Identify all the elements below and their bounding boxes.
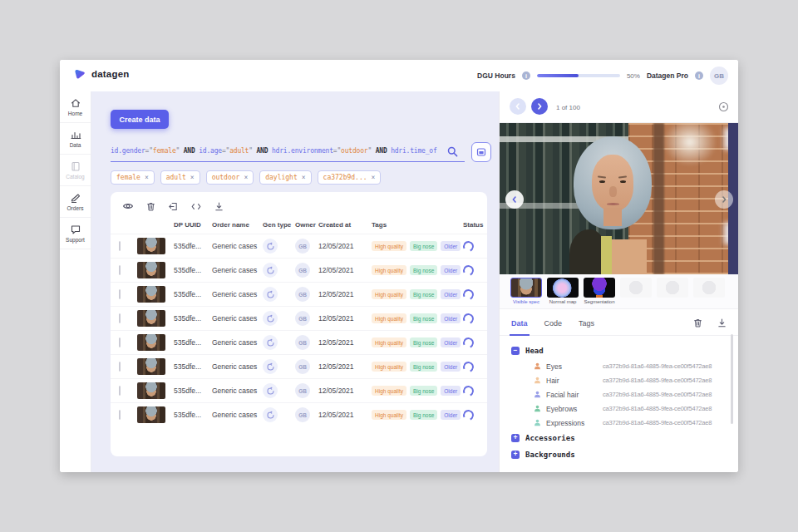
table-row[interactable]: 535dfe...Generic casesGB12/05/2021High q… [111,402,487,426]
chip-close-icon[interactable]: × [372,174,376,181]
filter-chip[interactable]: daylight× [259,170,311,185]
query-bar: id.gender="female" AND id.age="adult" AN… [111,142,490,164]
search-icon[interactable] [446,145,459,158]
download-button[interactable] [717,318,727,328]
tab-tags[interactable]: Tags [579,311,594,336]
table-row[interactable]: 535dfe...Generic casesGB12/05/2021High q… [111,234,487,258]
sidebar-item-catalog[interactable]: Catalog [60,155,91,186]
export-button[interactable] [168,201,179,212]
tag-badge: Big nose [410,337,437,347]
face-thumbnail [137,238,165,254]
chip-close-icon[interactable]: × [302,174,306,181]
eye-button[interactable] [122,200,134,212]
query-input[interactable]: id.gender="female" AND id.age="adult" AN… [111,142,465,162]
info-icon[interactable]: i [695,71,703,80]
datagen-logo[interactable]: datagen [73,67,130,81]
row-order-name: Generic cases [212,290,263,298]
code-button[interactable] [190,201,202,212]
thumb-cell [137,238,174,254]
thumbnail-ghost[interactable] [693,278,725,308]
image-next-button[interactable] [715,190,733,209]
row-checkbox[interactable] [119,410,121,420]
chip-close-icon[interactable]: × [145,174,149,181]
trash-button[interactable] [145,201,156,212]
row-checkbox[interactable] [119,362,121,372]
chip-close-icon[interactable]: × [244,174,248,181]
row-checkbox[interactable] [119,289,121,299]
filter-chip[interactable]: adult× [160,170,200,185]
info-icon[interactable]: i [522,71,530,80]
thumbnail-normal-map[interactable]: Normal map [547,278,579,308]
tab-code[interactable]: Code [544,311,563,336]
trash-button[interactable] [692,318,703,328]
download-button[interactable] [214,201,224,212]
target-icon[interactable] [718,101,729,112]
tag-badge: Big nose [410,265,437,275]
status-cell [463,265,479,276]
checkbox-cell [119,338,137,347]
table-row[interactable]: 535dfe...Generic casesGB12/05/2021High q… [111,258,487,282]
row-checkbox[interactable] [119,313,121,323]
top-bar: datagen DGU Hours i 50% Datagen Pro i GB [60,60,738,91]
table-row[interactable]: 535dfe...Generic casesGB12/05/2021High q… [111,282,487,306]
regenerate-icon [266,411,275,420]
checkbox-cell [119,266,137,274]
tree-item-label: Hair [546,377,603,385]
owner-cell: GB [295,311,318,326]
filter-chip[interactable]: outdoor× [206,170,254,185]
owner-badge: GB [295,287,310,302]
tree-section-head[interactable]: −Head [511,342,729,359]
tree-item-facial-hair[interactable]: Facial hairca372b9d-81a6-4885-9fea-ce00f… [511,387,729,401]
tree-item-expressions[interactable]: Expressionsca372b9d-81a6-4885-9fea-ce00f… [511,416,729,430]
filter-chip[interactable]: ca372b9d...× [318,170,382,185]
calendar-button[interactable] [471,142,491,162]
sidebar-item-support[interactable]: Support [60,218,91,249]
chip-close-icon[interactable]: × [190,174,195,181]
sidebar-item-data[interactable]: Data [60,123,91,155]
expand-icon[interactable]: + [511,434,520,442]
expand-icon[interactable]: + [511,451,520,459]
tree-item-eyebrows[interactable]: Eyebrowsca372b9d-81a6-4885-9fea-ce00f547… [511,401,729,416]
image-prev-button[interactable] [505,190,524,209]
sidebar-item-home[interactable]: Home [60,91,91,123]
owner-cell: GB [295,263,318,278]
thumbnail-visible-spec[interactable]: Visible spec [510,278,542,308]
thumbnail-image [693,278,725,298]
row-uuid: 535dfe... [174,290,212,298]
row-checkbox[interactable] [119,265,121,275]
row-checkbox[interactable] [119,337,121,347]
main-content: Create data id.gender="female" AND id.ag… [91,91,499,472]
prev-page-button[interactable] [510,98,526,115]
tree-item-eyes[interactable]: Eyesca372b9d-81a6-4885-9fea-ce00f5472ae8 [511,359,729,373]
row-checkbox[interactable] [119,241,121,251]
next-page-button[interactable] [531,98,548,115]
trash-icon [692,318,703,328]
tab-data[interactable]: Data [511,311,528,336]
row-created-at: 12/05/2021 [318,387,372,395]
status-spinner-icon [461,384,475,398]
filter-chip[interactable]: female× [111,170,155,185]
row-tags: High qualityBig noseOlder [372,313,463,323]
collapse-icon[interactable]: − [511,347,520,355]
table-row[interactable]: 535dfe...Generic casesGB12/05/2021High q… [111,306,487,330]
tag-badge: High quality [372,386,406,396]
tree-section-backgrounds[interactable]: +Backgrounds [511,446,729,463]
table-row[interactable]: 535dfe...Generic casesGB12/05/2021High q… [111,354,487,378]
thumbnail-ghost[interactable] [620,278,652,308]
panel-scrollbar[interactable] [731,334,733,424]
sidebar-item-orders[interactable]: Orders [60,186,91,218]
owner-badge: GB [295,407,310,422]
row-checkbox[interactable] [119,386,121,396]
create-data-button[interactable]: Create data [111,110,169,129]
user-avatar[interactable]: GB [710,66,728,85]
thumbnail-ghost[interactable] [657,278,688,308]
tree-item-hair[interactable]: Hairca372b9d-81a6-4885-9fea-ce00f5472ae8 [511,373,729,387]
table-row[interactable]: 535dfe...Generic casesGB12/05/2021High q… [111,330,487,354]
regenerate-icon [266,362,275,372]
gen-type-badge [263,239,278,254]
detail-tab-actions [692,318,727,328]
tree-section-accessories[interactable]: +Accessories [511,430,729,446]
thumbnail-segmentation[interactable]: Segmentation [584,278,615,308]
tag-badge: High quality [372,241,406,251]
table-row[interactable]: 535dfe...Generic casesGB12/05/2021High q… [111,378,487,402]
